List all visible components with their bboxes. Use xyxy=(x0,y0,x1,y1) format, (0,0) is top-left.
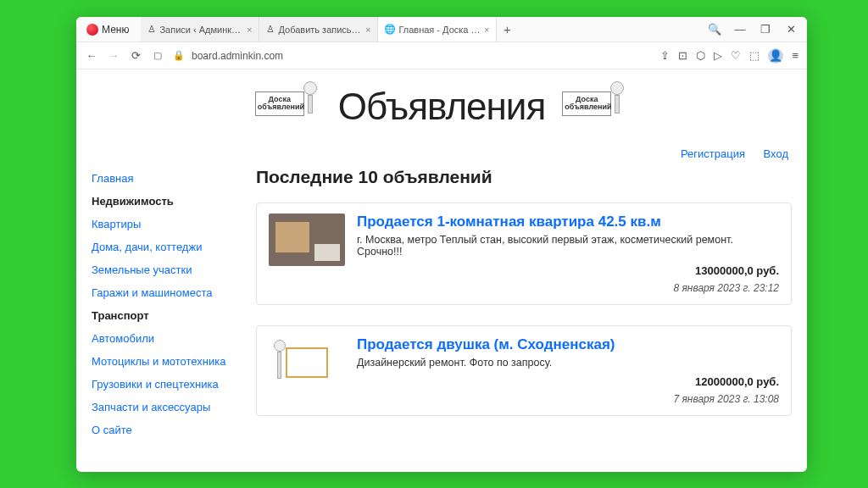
ad-card-1: Продается двушка (м. Сходненская) Дизайн… xyxy=(256,325,792,416)
close-icon[interactable]: × xyxy=(484,25,489,35)
address-bar: ← → ⟳ ▢ 🔒 board.adminkin.com ⇪ ⊡ ⬡ ▷ ♡ ⬚… xyxy=(76,42,807,69)
page-title: Объявления xyxy=(338,86,546,128)
ad-title-link[interactable]: Продается 1-комнатная квартира 42.5 кв.м xyxy=(357,214,779,230)
ad-price: 12000000,0 руб. xyxy=(357,375,779,388)
tab-title: Главная - Доска объявле… xyxy=(398,25,481,35)
sidebar-item[interactable]: Автомобили xyxy=(92,327,234,350)
tab-0[interactable]: ♙ Записи ‹ Админкин — W… × xyxy=(141,17,259,42)
heart-icon[interactable]: ♡ xyxy=(731,49,741,62)
login-link[interactable]: Вход xyxy=(764,147,788,160)
send-icon[interactable]: ▷ xyxy=(714,49,722,62)
title-bar: Меню ♙ Записи ‹ Админкин — W… × ♙ Добави… xyxy=(76,17,807,42)
person-icon: ♙ xyxy=(266,25,275,35)
tab-title: Добавить запись ‹ Адми… xyxy=(278,25,362,35)
back-button[interactable]: ← xyxy=(85,49,98,62)
url-field[interactable]: 🔒 board.adminkin.com xyxy=(173,50,652,62)
sidebar-item[interactable]: Мотоциклы и мототехника xyxy=(92,350,234,373)
stickman-icon xyxy=(604,81,630,132)
page-content: Доска объявлений Объявления Доска объявл… xyxy=(76,69,807,472)
window-controls: 🔍 — ❐ ✕ xyxy=(702,17,804,42)
close-button[interactable]: ✕ xyxy=(778,17,804,42)
ad-description: г. Москва, метро Теплый стан, высокий пе… xyxy=(357,234,779,258)
ad-date: 8 января 2023 г. 23:12 xyxy=(357,282,779,294)
ad-description: Дизайнерский ремонт. Фото по запросу. xyxy=(357,357,779,369)
camera-icon[interactable]: ⊡ xyxy=(678,49,687,62)
tab-title: Записи ‹ Админкин — W… xyxy=(159,25,243,35)
ad-date: 7 января 2023 г. 13:08 xyxy=(357,393,779,405)
forward-button[interactable]: → xyxy=(107,49,120,62)
stickman-icon xyxy=(298,81,323,132)
ad-body: Продается двушка (м. Сходненская) Дизайн… xyxy=(357,336,779,405)
sidebar-heading: Недвижимость xyxy=(92,190,234,213)
sidebar-item[interactable]: Земельные участки xyxy=(92,258,234,281)
sidebar-item[interactable]: Гаражи и машиноместа xyxy=(92,281,234,304)
register-link[interactable]: Регистрация xyxy=(681,147,745,160)
sidebar-heading: Транспорт xyxy=(92,304,234,327)
shield-icon[interactable]: ⬡ xyxy=(696,49,705,62)
ad-card-0: Продается 1-комнатная квартира 42.5 кв.м… xyxy=(256,202,792,305)
browser-window: Меню ♙ Записи ‹ Админкин — W… × ♙ Добави… xyxy=(76,17,807,472)
toolbar-icons: ⇪ ⊡ ⬡ ▷ ♡ ⬚ 👤 ≡ xyxy=(660,48,798,64)
sidebar-item[interactable]: Главная xyxy=(92,167,234,190)
search-icon[interactable]: 🔍 xyxy=(702,17,727,42)
close-icon[interactable]: × xyxy=(247,25,252,35)
ad-thumbnail[interactable] xyxy=(269,336,345,389)
header-banner: Доска объявлений Объявления Доска объявл… xyxy=(76,69,807,144)
ad-body: Продается 1-комнатная квартира 42.5 кв.м… xyxy=(357,214,779,294)
sidebar-item[interactable]: Квартиры xyxy=(92,213,234,236)
close-icon[interactable]: × xyxy=(365,25,370,35)
maximize-button[interactable]: ❐ xyxy=(753,17,778,42)
share-icon[interactable]: ⇪ xyxy=(660,49,670,62)
sidebar-item[interactable]: Запчасти и аксессуары xyxy=(92,396,234,419)
minimize-button[interactable]: — xyxy=(727,17,753,42)
main-column: Последние 10 объявлений Продается 1-комн… xyxy=(256,167,792,441)
cube-icon[interactable]: ⬚ xyxy=(749,49,760,62)
home-icon[interactable]: ▢ xyxy=(151,50,164,61)
tab-1[interactable]: ♙ Добавить запись ‹ Адми… × xyxy=(259,17,378,42)
menu-label: Меню xyxy=(102,24,129,36)
sidebar-item[interactable]: Дома, дачи, коттеджи xyxy=(92,236,234,258)
new-tab-button[interactable]: + xyxy=(497,17,517,42)
easy-setup-icon[interactable]: ≡ xyxy=(792,49,798,62)
section-title: Последние 10 объявлений xyxy=(256,167,792,187)
ad-price: 13000000,0 руб. xyxy=(357,264,779,277)
reload-button[interactable]: ⟳ xyxy=(129,49,142,62)
url-text: board.adminkin.com xyxy=(192,50,283,62)
mascot-left: Доска объявлений xyxy=(250,81,326,132)
layout: ГлавнаяНедвижимостьКвартирыДома, дачи, к… xyxy=(76,167,807,458)
sidebar: ГлавнаяНедвижимостьКвартирыДома, дачи, к… xyxy=(92,167,234,441)
ad-thumbnail[interactable] xyxy=(269,214,345,266)
tab-strip: ♙ Записи ‹ Админкин — W… × ♙ Добавить за… xyxy=(141,17,517,42)
lock-icon: 🔒 xyxy=(173,50,185,61)
sidebar-item[interactable]: Грузовики и спецтехника xyxy=(92,373,234,396)
opera-menu-button[interactable]: Меню xyxy=(80,24,136,36)
tab-2[interactable]: 🌐 Главная - Доска объявле… × xyxy=(378,17,497,42)
user-bar: Регистрация Вход xyxy=(76,144,807,167)
sidebar-item[interactable]: О сайте xyxy=(92,419,234,441)
ad-title-link[interactable]: Продается двушка (м. Сходненская) xyxy=(357,336,779,353)
globe-icon: 🌐 xyxy=(385,25,395,35)
opera-icon xyxy=(86,24,98,36)
person-icon: ♙ xyxy=(147,25,156,35)
profile-icon[interactable]: 👤 xyxy=(768,48,783,64)
mascot-right: Доска объявлений xyxy=(557,81,633,132)
